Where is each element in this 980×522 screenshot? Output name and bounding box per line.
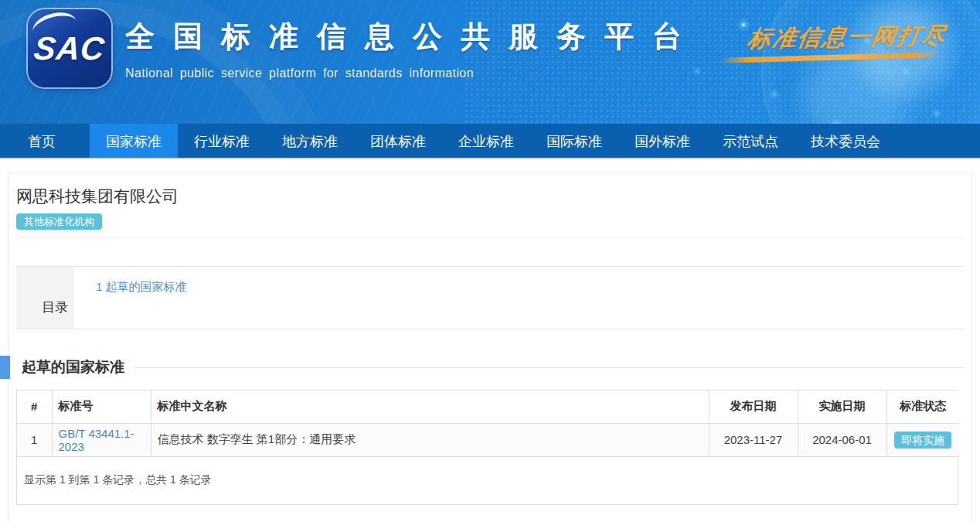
table-of-contents: 目录 1 起草的国家标准 — [16, 266, 964, 329]
column-header-implement-date: 实施日期 — [798, 391, 886, 423]
glow-dots-decoration — [742, 23, 745, 26]
main-navbar: 首页 国家标准 行业标准 地方标准 团体标准 企业标准 国际标准 国外标准 示范… — [0, 124, 980, 159]
standards-table-wrapper: # 标准号 标准中文名称 发布日期 实施日期 标准状态 1 GB/T 43441… — [16, 390, 958, 505]
organization-category-badge: 其他标准化机构 — [16, 213, 102, 230]
column-header-index: # — [17, 391, 52, 423]
site-title-block: 全国标准信息公共服务平台 National public service pla… — [125, 17, 700, 80]
organization-name: 网思科技集团有限公司 — [16, 186, 964, 206]
nav-item-group-standards[interactable]: 团体标准 — [354, 124, 442, 158]
table-record-summary: 显示第 1 到第 1 条记录，总共 1 条记录 — [17, 457, 958, 504]
toc-body: 1 起草的国家标准 — [74, 267, 964, 329]
table-header-row: # 标准号 标准中文名称 发布日期 实施日期 标准状态 — [17, 391, 959, 423]
nav-item-national-standards[interactable]: 国家标准 — [90, 124, 178, 158]
standard-number-link[interactable]: GB/T 43441.1-2023 — [59, 427, 134, 453]
column-header-status: 标准状态 — [886, 391, 959, 423]
nav-item-enterprise-standards[interactable]: 企业标准 — [442, 124, 530, 158]
section-title: 起草的国家标准 — [22, 357, 124, 377]
nav-item-technical-committees[interactable]: 技术委员会 — [795, 124, 897, 158]
toc-link-drafted-national-standards[interactable]: 1 起草的国家标准 — [96, 280, 187, 293]
cell-standard-no: GB/T 43441.1-2023 — [52, 423, 151, 456]
nav-item-home[interactable]: 首页 — [11, 124, 73, 158]
section-accent-bar — [0, 356, 10, 379]
status-badge: 即将实施 — [894, 432, 951, 449]
sac-logo[interactable]: SAC — [28, 9, 111, 87]
header-slogan: 标准信息一网打尽 — [745, 20, 948, 55]
toc-label: 目录 — [16, 267, 74, 329]
cell-name-cn: 信息技术 数字孪生 第1部分：通用要求 — [151, 423, 709, 456]
divider — [16, 237, 964, 237]
site-title: 全国标准信息公共服务平台 — [125, 17, 700, 56]
cell-implement-date: 2024-06-01 — [798, 423, 886, 456]
cell-status: 即将实施 — [886, 423, 959, 456]
nav-item-pilot-projects[interactable]: 示范试点 — [706, 124, 795, 158]
sac-logo-text: SAC — [32, 30, 107, 67]
site-header: SAC 全国标准信息公共服务平台 National public service… — [0, 0, 980, 124]
section-rule-line — [134, 367, 964, 368]
column-header-standard-no: 标准号 — [52, 391, 151, 423]
page: SAC 全国标准信息公共服务平台 National public service… — [0, 0, 980, 522]
nav-item-industry-standards[interactable]: 行业标准 — [178, 124, 266, 158]
column-header-name-cn: 标准中文名称 — [151, 391, 709, 423]
cell-publish-date: 2023-11-27 — [709, 423, 798, 456]
standards-table: # 标准号 标准中文名称 发布日期 实施日期 标准状态 1 GB/T 43441… — [17, 391, 959, 457]
site-subtitle: National public service platform for sta… — [125, 67, 700, 80]
column-header-publish-date: 发布日期 — [709, 391, 798, 423]
cell-index: 1 — [17, 423, 52, 456]
content-container: 网思科技集团有限公司 其他标准化机构 目录 1 起草的国家标准 起草的国家标准 — [8, 172, 972, 522]
nav-item-local-standards[interactable]: 地方标准 — [266, 124, 354, 158]
section-header: 起草的国家标准 — [16, 356, 964, 379]
nav-item-international-standards[interactable]: 国际标准 — [530, 124, 618, 158]
nav-item-foreign-standards[interactable]: 国外标准 — [618, 124, 706, 158]
globe-decoration — [761, 0, 980, 124]
table-row: 1 GB/T 43441.1-2023 信息技术 数字孪生 第1部分：通用要求 … — [17, 423, 959, 456]
